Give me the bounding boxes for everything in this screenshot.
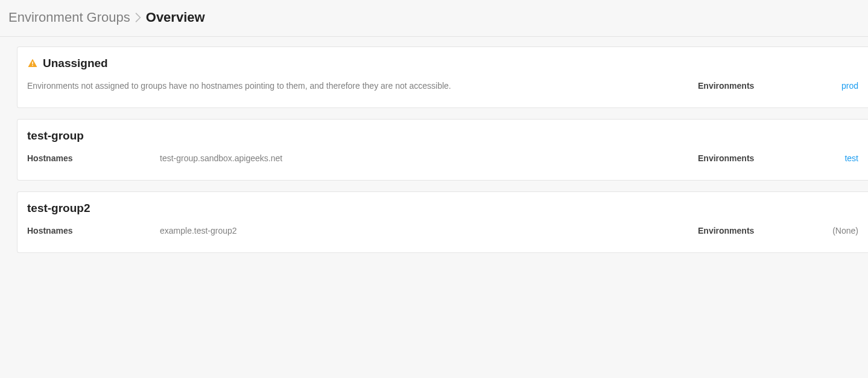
- environments-label: Environments: [698, 153, 831, 163]
- hostnames-label: Hostnames: [27, 226, 160, 235]
- environments-value: (None): [831, 226, 858, 235]
- breadcrumb: Environment Groups Overview: [0, 0, 868, 37]
- card-title: test-group2: [27, 202, 90, 215]
- card-title: test-group: [27, 129, 84, 143]
- environments-value: prod: [831, 81, 858, 91]
- group-card: test-group2 Hostnames example.test-group…: [17, 191, 868, 253]
- hostnames-label: Hostnames: [27, 153, 160, 163]
- unassigned-card: Unassigned Environments not assigned to …: [17, 46, 868, 108]
- breadcrumb-parent[interactable]: Environment Groups: [8, 10, 130, 25]
- card-header: test-group2: [27, 202, 858, 215]
- card-body: Environments not assigned to groups have…: [27, 81, 858, 91]
- unassigned-description: Environments not assigned to groups have…: [27, 81, 698, 91]
- hostnames-value: example.test-group2: [160, 226, 698, 235]
- card-header: test-group: [27, 129, 858, 143]
- environments-none: (None): [832, 226, 858, 235]
- card-title: Unassigned: [43, 57, 108, 70]
- environment-link-test[interactable]: test: [844, 153, 858, 163]
- content-area: Unassigned Environments not assigned to …: [0, 37, 868, 274]
- svg-rect-0: [32, 62, 33, 65]
- svg-rect-1: [32, 65, 33, 66]
- card-header: Unassigned: [27, 57, 858, 70]
- page-title: Overview: [146, 10, 205, 25]
- environment-link-prod[interactable]: prod: [841, 81, 858, 91]
- warning-icon: [27, 58, 38, 69]
- card-body: Hostnames example.test-group2 Environmen…: [27, 226, 858, 235]
- chevron-right-icon: [135, 13, 141, 22]
- environments-label: Environments: [698, 81, 831, 91]
- group-card: test-group Hostnames test-group.sandbox.…: [17, 119, 868, 181]
- environments-value: test: [831, 153, 858, 163]
- hostnames-value: test-group.sandbox.apigeeks.net: [160, 153, 698, 163]
- environments-label: Environments: [698, 226, 831, 235]
- card-body: Hostnames test-group.sandbox.apigeeks.ne…: [27, 153, 858, 163]
